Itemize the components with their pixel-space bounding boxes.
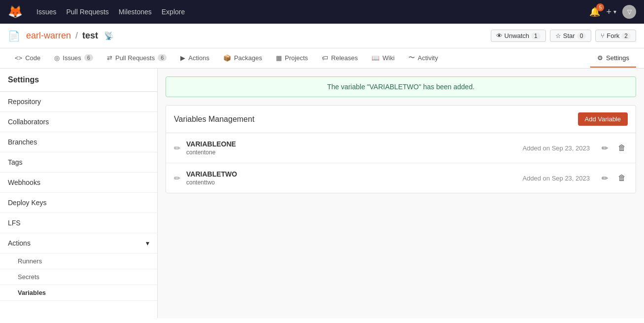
- repo-actions: 👁 Unwatch 1 ☆ Star 0 ⑂ Fork 2: [491, 30, 636, 42]
- variable-name: VARIABLEONE: [186, 140, 516, 148]
- pr-badge: 6: [158, 54, 167, 61]
- sidebar-item-tags[interactable]: Tags: [0, 152, 157, 173]
- sidebar-item-repository[interactable]: Repository: [0, 92, 157, 112]
- star-button[interactable]: ☆ Star 0: [550, 30, 592, 42]
- content-area: The variable "VARIABLETWO" has been adde…: [158, 69, 644, 318]
- projects-icon: ▦: [276, 54, 282, 62]
- tab-projects[interactable]: ▦ Projects: [269, 49, 315, 68]
- variable-value: contentone: [186, 149, 516, 156]
- chevron-down-icon: ▾: [146, 239, 149, 247]
- sidebar-item-webhooks[interactable]: Webhooks: [0, 173, 157, 193]
- settings-icon: ⚙: [597, 54, 603, 62]
- releases-icon: 🏷: [322, 54, 328, 62]
- code-icon: <>: [15, 54, 22, 62]
- eye-icon: 👁: [496, 32, 503, 39]
- variable-date: Added on Sep 23, 2023: [522, 144, 590, 152]
- notification-button[interactable]: 🔔 5: [589, 6, 600, 17]
- sidebar-item-branches[interactable]: Branches: [0, 132, 157, 152]
- fork-count: 2: [621, 33, 631, 39]
- tab-releases[interactable]: 🏷 Releases: [315, 49, 365, 68]
- sidebar-sub-item-variables[interactable]: Variables: [0, 285, 157, 301]
- add-variable-button[interactable]: Add Variable: [578, 112, 628, 126]
- sidebar-title: Settings: [0, 69, 157, 92]
- nav-explore[interactable]: Explore: [162, 8, 185, 16]
- nav-issues[interactable]: Issues: [36, 8, 56, 16]
- sidebar-sub-item-secrets[interactable]: Secrets: [0, 269, 157, 285]
- alert-message: The variable "VARIABLETWO" has been adde…: [327, 83, 475, 91]
- variable-info: VARIABLEONE contentone: [186, 140, 516, 156]
- variable-row: ✏ VARIABLEONE contentone Added on Sep 23…: [166, 133, 636, 163]
- issues-badge: 6: [84, 54, 93, 61]
- main-layout: Settings Repository Collaborators Branch…: [0, 69, 644, 318]
- variable-delete-button[interactable]: 🗑: [616, 142, 628, 154]
- sidebar-sub-item-runners[interactable]: Runners: [0, 253, 157, 269]
- sidebar-item-deploy-keys[interactable]: Deploy Keys: [0, 193, 157, 213]
- variable-edit-button[interactable]: ✏: [600, 172, 610, 185]
- unwatch-count: 1: [531, 33, 541, 39]
- wiki-icon: 📖: [372, 54, 379, 62]
- variable-value: contenttwo: [186, 179, 516, 186]
- packages-icon: 📦: [223, 54, 231, 62]
- nav-milestones[interactable]: Milestones: [119, 8, 152, 16]
- tab-pull-requests[interactable]: ⇄ Pull Requests 6: [100, 49, 173, 68]
- actions-icon: ▶: [180, 54, 185, 62]
- tab-bar: <> Code ◎ Issues 6 ⇄ Pull Requests 6 ▶ A…: [0, 48, 644, 69]
- variable-name: VARIABLETWO: [186, 170, 516, 178]
- tab-settings[interactable]: ⚙ Settings: [590, 49, 636, 68]
- tab-actions[interactable]: ▶ Actions: [173, 49, 216, 68]
- fork-icon: ⑂: [601, 32, 605, 39]
- tab-packages[interactable]: 📦 Packages: [216, 49, 269, 68]
- variable-edit-button[interactable]: ✏: [600, 142, 610, 155]
- fork-button[interactable]: ⑂ Fork 2: [595, 30, 636, 42]
- pr-icon: ⇄: [107, 54, 112, 62]
- nav-pull-requests[interactable]: Pull Requests: [66, 8, 108, 16]
- edit-icon: ✏: [174, 174, 180, 183]
- variables-management-title: Variables Management: [174, 115, 254, 124]
- issues-icon: ◎: [54, 54, 60, 62]
- tab-code[interactable]: <> Code: [8, 49, 47, 68]
- activity-icon: 〜: [408, 53, 415, 62]
- tab-issues[interactable]: ◎ Issues 6: [47, 49, 100, 68]
- repo-header: 📄 earl-warren / test 📡 👁 Unwatch 1 ☆ Sta…: [0, 24, 644, 48]
- sidebar-item-lfs[interactable]: LFS: [0, 213, 157, 233]
- star-count: 0: [577, 33, 586, 39]
- sidebar: Settings Repository Collaborators Branch…: [0, 69, 158, 318]
- sidebar-item-actions[interactable]: Actions ▾: [0, 233, 157, 253]
- unwatch-button[interactable]: 👁 Unwatch 1: [491, 30, 546, 42]
- app-logo: 🦊: [8, 5, 23, 19]
- tab-activity[interactable]: 〜 Activity: [402, 48, 445, 68]
- repo-owner-link[interactable]: earl-warren: [26, 31, 71, 40]
- notification-badge: 5: [596, 3, 604, 11]
- repo-icon: 📄: [8, 30, 20, 42]
- variable-info: VARIABLETWO contenttwo: [186, 170, 516, 186]
- top-nav: 🦊 Issues Pull Requests Milestones Explor…: [0, 0, 644, 24]
- star-icon: ☆: [555, 32, 561, 39]
- breadcrumb: earl-warren / test: [26, 31, 98, 41]
- variables-card-header: Variables Management Add Variable: [166, 106, 636, 133]
- sidebar-item-collaborators[interactable]: Collaborators: [0, 112, 157, 132]
- user-avatar[interactable]: ▽: [622, 5, 636, 19]
- variable-row: ✏ VARIABLETWO contenttwo Added on Sep 23…: [166, 163, 636, 193]
- variables-management-card: Variables Management Add Variable ✏ VARI…: [166, 105, 636, 193]
- tab-wiki[interactable]: 📖 Wiki: [365, 49, 402, 68]
- repo-name: test: [82, 31, 98, 40]
- success-alert: The variable "VARIABLETWO" has been adde…: [166, 76, 636, 97]
- variable-delete-button[interactable]: 🗑: [616, 172, 628, 184]
- variable-date: Added on Sep 23, 2023: [522, 175, 590, 182]
- rss-icon[interactable]: 📡: [104, 31, 114, 40]
- add-button[interactable]: + ▾: [606, 7, 616, 17]
- edit-icon: ✏: [174, 144, 180, 153]
